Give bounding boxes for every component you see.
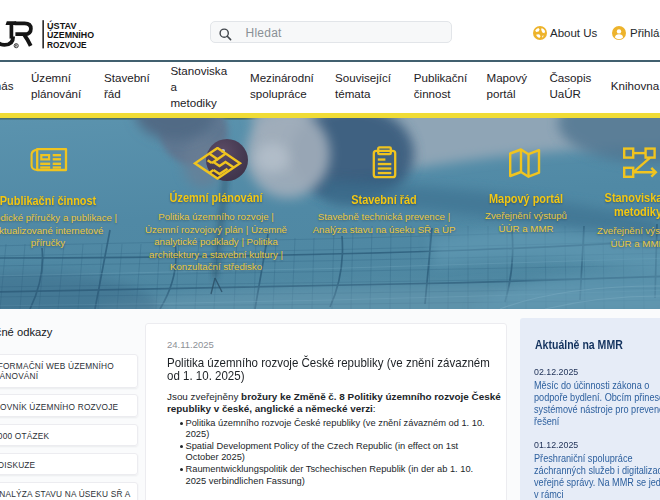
- svg-text:ROZVOJE: ROZVOJE: [47, 39, 87, 50]
